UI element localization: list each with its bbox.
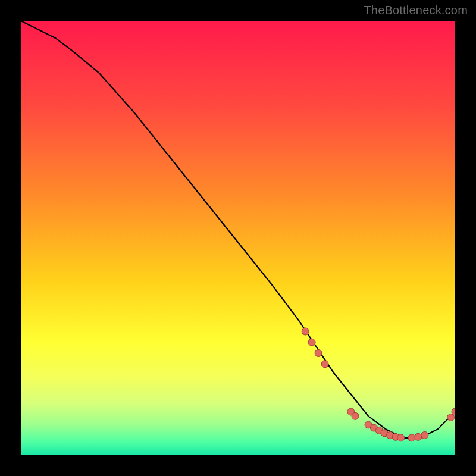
curve-overlay <box>21 21 455 455</box>
data-point <box>397 434 405 441</box>
data-point <box>415 433 422 440</box>
data-point <box>421 431 428 439</box>
chart-container: TheBottleneck.com <box>0 0 476 476</box>
data-point <box>315 350 322 357</box>
data-point <box>321 361 328 368</box>
data-point <box>308 339 315 346</box>
bottleneck-curve-line <box>21 21 455 438</box>
data-point <box>302 328 309 335</box>
plot-area <box>21 21 455 455</box>
data-point <box>352 412 359 419</box>
data-point <box>408 434 415 441</box>
watermark-text: TheBottleneck.com <box>364 4 468 17</box>
